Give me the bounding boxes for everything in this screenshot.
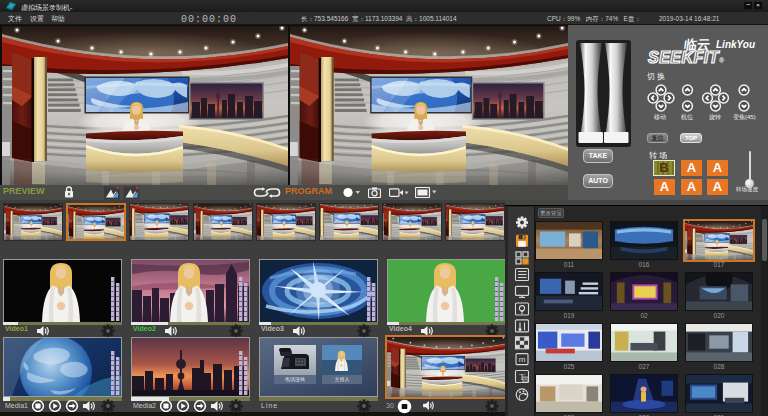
svg-text:A: A [524, 377, 527, 382]
svg-text:m: m [519, 355, 526, 364]
